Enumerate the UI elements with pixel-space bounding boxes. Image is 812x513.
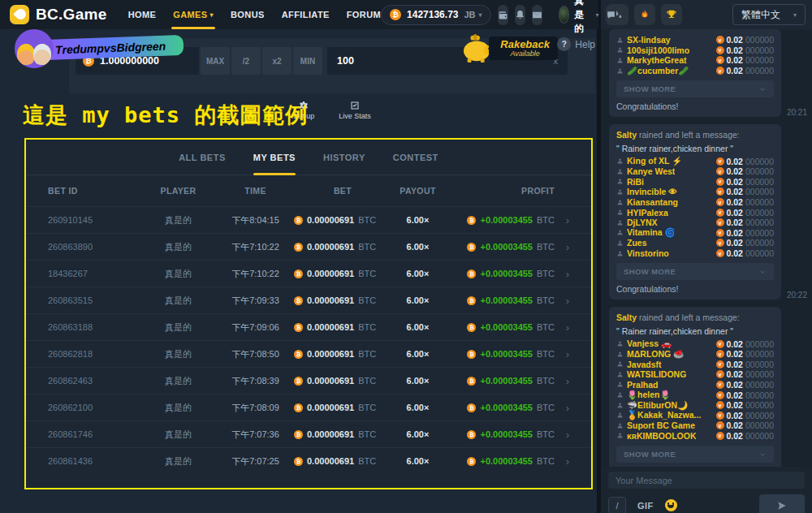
chat-toggle-button[interactable] xyxy=(606,5,616,25)
recipient-amount: v 0.02000000 xyxy=(716,411,774,420)
table-row[interactable]: 260861436 真是的 下午7:07:25 ₿ 0.00000691 BTC… xyxy=(26,447,591,474)
top-nav: BC.Game HOME GAMES ▾ BONUS AFFILIATE xyxy=(0,0,598,29)
btc-coin-icon: ₿ xyxy=(294,457,303,466)
bets-tab[interactable]: CONTEST xyxy=(393,140,438,175)
btc-coin-icon: ₿ xyxy=(467,457,476,466)
table-row[interactable]: 260862818 真是的 下午7:08:50 ₿ 0.00000691 BTC… xyxy=(26,340,591,367)
sender-name[interactable]: Salty xyxy=(616,130,637,140)
recipient-name[interactable]: Vinstorino xyxy=(627,248,669,258)
recipient-name[interactable]: Kiansantang xyxy=(627,197,678,207)
recipient-name[interactable]: MΔRLONG 🥌 xyxy=(627,349,684,360)
table-row[interactable]: 260863515 真是的 下午7:09:33 ₿ 0.00000691 BTC… xyxy=(26,287,591,313)
person-icon xyxy=(616,168,624,175)
nav-link[interactable]: FORUM xyxy=(347,0,381,29)
recipient-name[interactable]: WATSILIDONG xyxy=(627,369,686,379)
row-chevron-icon[interactable]: › xyxy=(555,429,569,441)
recipient-name[interactable]: 🦈EltiburON🌙 xyxy=(627,400,688,411)
recipient-name[interactable]: SX-lindsay xyxy=(627,35,671,45)
contest-button[interactable] xyxy=(661,4,682,25)
recipient-name[interactable]: MarkytheGreat xyxy=(627,55,687,65)
gif-button[interactable]: GIF xyxy=(637,501,654,511)
user-menu[interactable]: 真是的 ▾ xyxy=(559,0,599,36)
coin-drop-button[interactable] xyxy=(634,4,655,25)
bets-tab[interactable]: ALL BETS xyxy=(179,140,226,175)
row-chevron-icon[interactable]: › xyxy=(555,321,569,334)
show-more-button[interactable]: SHOW MORE xyxy=(616,446,774,463)
bet-amount: ₿ 0.00000691 BTC xyxy=(294,269,391,278)
recipient-name[interactable]: Vitamina 🌀 xyxy=(627,227,676,238)
show-more-button[interactable]: SHOW MORE xyxy=(616,80,774,97)
brand-logo[interactable]: BC.Game xyxy=(10,5,107,24)
recipient-name[interactable]: Javadsft xyxy=(627,360,662,369)
recipient-name[interactable]: Pralhad xyxy=(627,380,659,390)
nav-link[interactable]: AFFILIATE xyxy=(282,0,330,29)
rain-recipients: SX-lindsay v 0.02000000 100siji1000limo xyxy=(616,35,774,75)
slash-command-button[interactable]: / xyxy=(608,497,626,513)
recipient-name[interactable]: HYIPalexa xyxy=(627,208,668,218)
balance-pill[interactable]: ₿ 1427136.73 JB ▾ xyxy=(381,5,490,25)
bets-tabs: ALL BETSMY BETSHISTORYCONTEST xyxy=(26,140,591,175)
recipient-name[interactable]: 🌷helen🌷 xyxy=(627,390,671,400)
recipient-name[interactable]: 🥒cucumber🥒 xyxy=(627,66,689,76)
recipient-name[interactable]: ᴋʀKIMBOOLOOK xyxy=(627,431,696,441)
bet-payout: 6.00× xyxy=(391,242,444,252)
recipient-name[interactable]: Zues xyxy=(627,238,647,248)
bet-player: 真是的 xyxy=(140,214,217,226)
amount-modifier-button[interactable]: MIN xyxy=(293,47,322,75)
sender-name[interactable]: Salty xyxy=(616,313,637,322)
row-chevron-icon[interactable]: › xyxy=(555,241,569,253)
row-chevron-icon[interactable]: › xyxy=(555,455,569,468)
wallet-button[interactable] xyxy=(498,5,508,25)
send-message-button[interactable] xyxy=(759,494,805,513)
row-chevron-icon[interactable]: › xyxy=(555,214,569,226)
recipient-name[interactable]: 100siji1000limo xyxy=(627,45,689,55)
rakeback-widget[interactable]: Rakeback Available xyxy=(460,32,558,63)
row-chevron-icon[interactable]: › xyxy=(555,375,569,387)
chat-message-input[interactable] xyxy=(608,472,805,489)
row-chevron-icon[interactable]: › xyxy=(555,402,569,414)
table-row[interactable]: 260862463 真是的 下午7:08:39 ₿ 0.00000691 BTC… xyxy=(26,367,591,394)
recipient-amount: v 0.02000000 xyxy=(716,35,774,45)
bets-tab[interactable]: MY BETS xyxy=(253,140,296,175)
table-row[interactable]: 260910145 真是的 下午8:04:15 ₿ 0.00000691 BTC… xyxy=(26,206,591,233)
table-row[interactable]: 260863890 真是的 下午7:10:22 ₿ 0.00000691 BTC… xyxy=(26,233,591,260)
bet-player: 真是的 xyxy=(140,402,217,414)
recipient-name[interactable]: 🏅Kakak_Nazwa... xyxy=(627,410,701,420)
recipient-name[interactable]: King of XL ⚡ xyxy=(627,156,682,166)
event-banner[interactable]: Tredump vs Bidgreen xyxy=(5,31,273,68)
recipient-name[interactable]: Kanye West xyxy=(627,166,675,176)
table-row[interactable]: 18436267 真是的 下午7:10:22 ₿ 0.00000691 BTC … xyxy=(26,260,591,287)
bet-id: 18436267 xyxy=(48,269,140,278)
btc-coin-icon: ₿ xyxy=(294,296,303,305)
live-stats-button[interactable]: Live Stats xyxy=(339,101,371,120)
bet-id: 260861436 xyxy=(48,456,140,466)
bets-tab[interactable]: HISTORY xyxy=(323,140,365,175)
table-row[interactable]: 260863188 真是的 下午7:09:06 ₿ 0.00000691 BTC… xyxy=(26,313,591,340)
nav-link[interactable]: BONUS xyxy=(231,0,265,29)
envelope-icon xyxy=(532,10,542,20)
rain-recipient-row: 🌷helen🌷 v 0.02000000 xyxy=(616,390,774,400)
emoji-picker-button[interactable] xyxy=(665,499,677,511)
row-chevron-icon[interactable]: › xyxy=(555,268,569,280)
recipient-name[interactable]: Vanjess 🚗 xyxy=(627,338,672,349)
nav-link[interactable]: GAMES ▾ xyxy=(173,0,214,29)
col-player: PLAYER xyxy=(140,186,217,196)
recipient-name[interactable]: Suport BC Game xyxy=(627,420,695,430)
chat-footer-actions: / GIF xyxy=(608,494,805,513)
row-chevron-icon[interactable]: › xyxy=(555,295,569,307)
recipient-name[interactable]: RiBi xyxy=(627,177,644,187)
rain-recipient-row: 🏅Kakak_Nazwa... v 0.02000000 xyxy=(616,410,774,420)
currency-selector[interactable]: JB ▾ xyxy=(464,10,482,19)
language-selector[interactable]: 繁體中文 ▾ xyxy=(732,4,806,25)
recipient-name[interactable]: DjLYNX xyxy=(627,218,658,227)
show-more-button[interactable]: SHOW MORE xyxy=(616,263,774,280)
messages-button[interactable] xyxy=(532,5,542,25)
help-button[interactable]: ? Help xyxy=(557,37,595,51)
bet-time: 下午7:09:33 xyxy=(217,295,294,307)
table-row[interactable]: 260862100 真是的 下午7:08:09 ₿ 0.00000691 BTC… xyxy=(26,394,591,420)
row-chevron-icon[interactable]: › xyxy=(555,348,569,360)
nav-link[interactable]: HOME xyxy=(128,0,157,29)
notifications-button[interactable] xyxy=(515,5,525,25)
table-row[interactable]: 260861746 真是的 下午7:07:36 ₿ 0.00000691 BTC… xyxy=(26,420,591,447)
recipient-name[interactable]: Invincible 👁 xyxy=(627,187,677,196)
